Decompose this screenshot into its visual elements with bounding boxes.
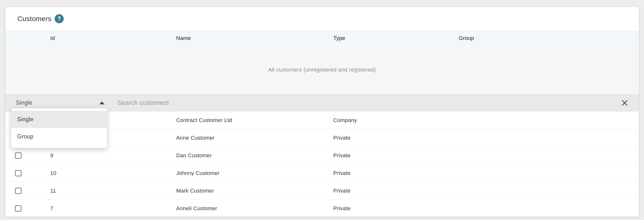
type-select-dropdown-menu: Single Group — [11, 108, 107, 148]
column-header-id: Id — [50, 35, 176, 42]
cell-id: 11 — [50, 188, 176, 194]
dropdown-option-group[interactable]: Group — [11, 128, 107, 145]
caret-up-icon — [99, 102, 105, 104]
customer-type-select[interactable]: Single — [16, 100, 105, 106]
cell-type: Private — [333, 135, 459, 141]
dropdown-option-single[interactable]: Single — [11, 111, 107, 128]
cell-name: Dan Customer — [176, 152, 333, 159]
cell-name: Contract Customer Ltd — [176, 117, 333, 124]
cell-type: Company — [333, 117, 459, 124]
column-header-type: Type — [333, 35, 459, 42]
row-checkbox[interactable] — [15, 170, 22, 176]
empty-state-zone: All customers (unregistered and register… — [6, 46, 639, 94]
clear-search-icon[interactable] — [621, 99, 628, 107]
cell-id: 7 — [50, 205, 176, 212]
help-icon[interactable]: ? — [55, 14, 64, 23]
row-checkbox[interactable] — [15, 205, 22, 212]
table-row: 11 Mark Customer Private — [6, 182, 639, 200]
cell-id: 9 — [50, 152, 176, 159]
cell-type: Private — [333, 170, 459, 176]
table-row: 9 Dan Customer Private — [6, 147, 639, 164]
empty-state-text: All customers (unregistered and register… — [268, 67, 376, 73]
cell-id: 10 — [50, 170, 176, 176]
cell-type: Private — [333, 152, 459, 159]
column-header-name: Name — [176, 35, 333, 42]
table-row: 7 Anneli Customer Private — [6, 200, 639, 216]
table-header-row: Id Name Type Group — [6, 30, 639, 46]
search-input[interactable] — [118, 99, 621, 106]
table-row: 10 Johnny Customer Private — [6, 164, 639, 182]
page-title: Customers — [18, 15, 52, 23]
cell-name: Mark Customer — [176, 188, 333, 194]
cell-name: Johnny Customer — [176, 170, 333, 176]
row-checkbox[interactable] — [15, 188, 22, 194]
row-checkbox[interactable] — [15, 152, 22, 159]
customers-card: Customers ? Id Name Type Group All custo… — [6, 7, 639, 216]
cell-type: Private — [333, 188, 459, 194]
title-bar: Customers ? — [6, 7, 639, 30]
cell-type: Private — [333, 205, 459, 212]
cell-name: Anne Customer — [176, 135, 333, 141]
column-header-group: Group — [459, 35, 639, 42]
customer-type-select-value: Single — [16, 100, 32, 106]
cell-name: Anneli Customer — [176, 205, 333, 212]
